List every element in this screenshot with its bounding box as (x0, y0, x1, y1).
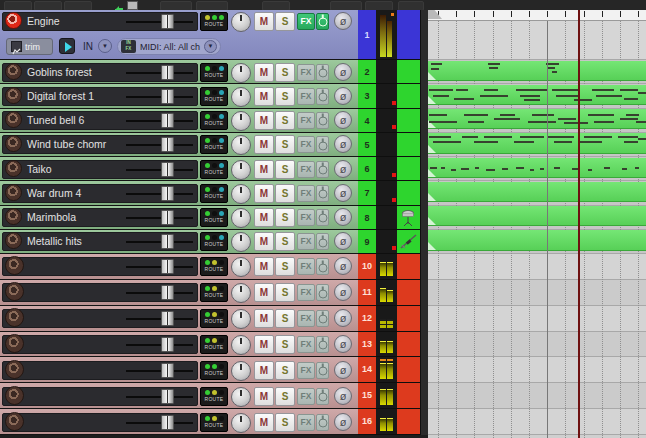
mute-button[interactable]: M (254, 283, 274, 302)
track-panel-16[interactable]: ROUTEMSFXø (0, 409, 358, 435)
track-number-1[interactable]: 1 (358, 10, 376, 60)
track-panel-13[interactable]: ROUTEMSFXø (0, 332, 358, 358)
route-button[interactable]: ROUTE (200, 387, 228, 406)
track-meter-4[interactable] (376, 109, 397, 133)
pan-knob[interactable] (231, 283, 251, 303)
record-arm-button[interactable] (5, 386, 24, 405)
solo-button[interactable]: S (275, 135, 295, 154)
pan-knob[interactable] (231, 257, 251, 277)
pan-knob[interactable] (231, 12, 251, 32)
volume-fader-handle[interactable] (161, 389, 174, 404)
track-meter-5[interactable] (376, 133, 397, 157)
track-meter-6[interactable] (376, 157, 397, 181)
phase-invert-button[interactable]: ø (334, 12, 352, 30)
record-monitor-button[interactable] (59, 38, 75, 54)
fx-button[interactable]: FX (297, 64, 315, 81)
track-number-12[interactable]: 12 (358, 306, 376, 332)
solo-button[interactable]: S (275, 309, 295, 328)
fx-bypass-power-button[interactable] (316, 414, 329, 431)
arrange-lane-13[interactable] (428, 332, 646, 358)
fx-bypass-power-button[interactable] (316, 161, 329, 178)
pan-knob[interactable] (231, 208, 251, 228)
track-meter-8[interactable] (376, 206, 397, 230)
mute-button[interactable]: M (254, 413, 274, 432)
fx-bypass-power-button[interactable] (316, 284, 329, 301)
track-number-8[interactable]: 8 (358, 206, 376, 230)
track-meter-11[interactable] (376, 280, 397, 306)
track-panel-11[interactable]: ROUTEMSFXø (0, 280, 358, 306)
phase-invert-button[interactable]: ø (334, 135, 352, 153)
volume-fader-track[interactable] (126, 422, 193, 424)
track-panel-7[interactable]: War drum 4ROUTEMSFXø (0, 181, 358, 205)
phase-invert-button[interactable]: ø (334, 232, 352, 250)
solo-button[interactable]: S (275, 63, 295, 82)
solo-button[interactable]: S (275, 232, 295, 251)
record-arm-button[interactable] (5, 412, 24, 431)
solo-button[interactable]: S (275, 208, 295, 227)
mute-button[interactable]: M (254, 12, 274, 31)
sync-arrows-icon[interactable] (114, 0, 124, 9)
volume-fader-track[interactable] (126, 396, 193, 398)
fx-button[interactable]: FX (297, 112, 315, 129)
volume-fader-track[interactable] (126, 96, 193, 98)
record-arm-button[interactable] (5, 160, 22, 177)
track-number-16[interactable]: 16 (358, 409, 376, 435)
route-button[interactable]: ROUTE (200, 12, 228, 31)
track-meter-10[interactable] (376, 254, 397, 280)
solo-button[interactable]: S (275, 283, 295, 302)
track-number-7[interactable]: 7 (358, 181, 376, 205)
fx-bypass-power-button[interactable] (316, 336, 329, 353)
fx-button[interactable]: FX (297, 136, 315, 153)
track-panel-3[interactable]: Digital forest 1ROUTEMSFXø (0, 84, 358, 108)
fx-bypass-power-button[interactable] (316, 112, 329, 129)
mute-button[interactable]: M (254, 335, 274, 354)
phase-invert-button[interactable]: ø (334, 309, 352, 327)
track-number-14[interactable]: 14 (358, 357, 376, 383)
volume-fader-handle[interactable] (161, 113, 174, 128)
media-item-track-9[interactable] (428, 230, 646, 250)
volume-fader-handle[interactable] (161, 65, 174, 80)
pan-knob[interactable] (231, 335, 251, 355)
fx-button[interactable]: FX (297, 388, 315, 405)
track-meter-3[interactable] (376, 84, 397, 108)
track-number-2[interactable]: 2 (358, 60, 376, 84)
pan-knob[interactable] (231, 87, 251, 107)
arrange-lane-10[interactable] (428, 254, 646, 280)
track-meter-13[interactable] (376, 332, 397, 358)
arrange-lane-11[interactable] (428, 280, 646, 306)
route-button[interactable]: ROUTE (200, 335, 228, 354)
pan-knob[interactable] (231, 361, 251, 381)
fx-bypass-power-button[interactable] (316, 88, 329, 105)
fx-button[interactable]: FX (297, 88, 315, 105)
mute-button[interactable]: M (254, 63, 274, 82)
track-meter-7[interactable] (376, 181, 397, 205)
pan-knob[interactable] (231, 63, 251, 83)
phase-invert-button[interactable]: ø (334, 160, 352, 178)
track-number-6[interactable]: 6 (358, 157, 376, 181)
record-arm-button[interactable] (5, 308, 24, 327)
track-panel-8[interactable]: MarimbolaROUTEMSFXø (0, 206, 358, 230)
route-button[interactable]: ROUTE (200, 135, 228, 154)
route-button[interactable]: ROUTE (200, 111, 228, 130)
track-number-5[interactable]: 5 (358, 133, 376, 157)
media-item-track-6[interactable] (428, 158, 646, 178)
pan-knob[interactable] (231, 232, 251, 252)
track-number-15[interactable]: 15 (358, 383, 376, 409)
record-arm-button[interactable] (5, 12, 22, 29)
timeline-ruler[interactable] (428, 10, 646, 21)
mute-button[interactable]: M (254, 232, 274, 251)
volume-fader-track[interactable] (126, 292, 193, 294)
device-icon[interactable] (127, 1, 138, 10)
volume-fader-handle[interactable] (161, 259, 174, 274)
mute-button[interactable]: M (254, 309, 274, 328)
media-item-track-4[interactable] (428, 109, 646, 129)
track-meter-2[interactable] (376, 60, 397, 84)
volume-fader-track[interactable] (126, 241, 193, 243)
record-arm-button[interactable] (5, 208, 22, 225)
route-button[interactable]: ROUTE (200, 63, 228, 82)
track-panel-4[interactable]: Tuned bell 6ROUTEMSFXø (0, 109, 358, 133)
volume-fader-track[interactable] (126, 72, 193, 74)
track-meter-12[interactable] (376, 306, 397, 332)
fx-button[interactable]: FX (297, 284, 315, 301)
track-number-11[interactable]: 11 (358, 280, 376, 306)
